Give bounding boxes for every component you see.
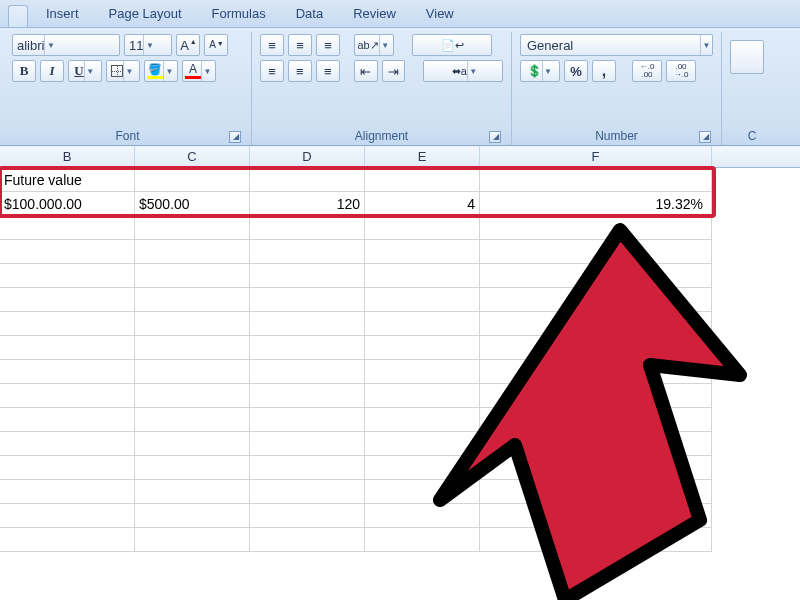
cell[interactable] [480, 456, 712, 480]
number-format-combo[interactable]: General ▼ [520, 34, 713, 56]
cell[interactable] [250, 288, 365, 312]
tab-data[interactable]: Data [290, 2, 329, 27]
font-color-button[interactable]: A ▼ [182, 60, 216, 82]
cell-C2[interactable]: $500.00 [135, 192, 250, 216]
cell[interactable] [135, 480, 250, 504]
cell[interactable] [135, 312, 250, 336]
cell[interactable] [0, 408, 135, 432]
alignment-dialog-launcher[interactable]: ◢ [489, 131, 501, 143]
orientation-button[interactable]: ab↗ ▼ [354, 34, 394, 56]
cell[interactable] [365, 240, 480, 264]
cell[interactable] [135, 528, 250, 552]
cell[interactable] [480, 408, 712, 432]
cell[interactable] [365, 264, 480, 288]
cell-B1[interactable]: Future value [0, 168, 135, 192]
cell[interactable] [0, 384, 135, 408]
cell[interactable] [135, 504, 250, 528]
cell[interactable] [250, 312, 365, 336]
cell[interactable] [250, 504, 365, 528]
conditional-formatting-button[interactable] [730, 40, 764, 74]
borders-button[interactable]: ▼ [106, 60, 140, 82]
cell[interactable] [135, 336, 250, 360]
cell-E2[interactable]: 4 [365, 192, 480, 216]
cell[interactable] [250, 264, 365, 288]
underline-button[interactable]: U ▼ [68, 60, 102, 82]
cell[interactable] [480, 288, 712, 312]
cell[interactable] [0, 288, 135, 312]
cell[interactable] [0, 216, 135, 240]
align-middle-button[interactable]: ≡ [288, 34, 312, 56]
cell[interactable] [250, 480, 365, 504]
italic-button[interactable]: I [40, 60, 64, 82]
font-size-combo[interactable]: 11 ▼ [124, 34, 172, 56]
cell[interactable] [365, 336, 480, 360]
align-right-button[interactable]: ≡ [316, 60, 340, 82]
cell[interactable] [0, 264, 135, 288]
wrap-text-button[interactable]: 📄↩ [412, 34, 492, 56]
cell-E1[interactable] [365, 168, 480, 192]
align-bottom-button[interactable]: ≡ [316, 34, 340, 56]
tab-review[interactable]: Review [347, 2, 402, 27]
cell[interactable] [250, 408, 365, 432]
align-left-button[interactable]: ≡ [260, 60, 284, 82]
cell[interactable] [0, 360, 135, 384]
accounting-format-button[interactable]: 💲 ▼ [520, 60, 560, 82]
cell[interactable] [480, 528, 712, 552]
cell[interactable] [365, 480, 480, 504]
cell[interactable] [135, 216, 250, 240]
cell[interactable] [135, 384, 250, 408]
col-header-F[interactable]: F [480, 146, 712, 167]
increase-decimal-button[interactable]: ←.0 .00 [632, 60, 662, 82]
increase-indent-button[interactable]: ⇥ [382, 60, 406, 82]
cell[interactable] [365, 528, 480, 552]
tab-view[interactable]: View [420, 2, 460, 27]
tab-formulas[interactable]: Formulas [206, 2, 272, 27]
cell-B2[interactable]: $100.000.00 [0, 192, 135, 216]
cell[interactable] [135, 240, 250, 264]
decrease-indent-button[interactable]: ⇤ [354, 60, 378, 82]
cell-D1[interactable] [250, 168, 365, 192]
cell[interactable] [250, 432, 365, 456]
cell[interactable] [0, 312, 135, 336]
col-header-B[interactable]: B [0, 146, 135, 167]
cell[interactable] [250, 336, 365, 360]
tab-home-partial[interactable] [8, 5, 28, 27]
cell[interactable] [135, 288, 250, 312]
cell[interactable] [250, 216, 365, 240]
cell[interactable] [480, 360, 712, 384]
tab-page-layout[interactable]: Page Layout [103, 2, 188, 27]
shrink-font-button[interactable]: A ▼ [204, 34, 228, 56]
merge-center-button[interactable]: ⬌a ▼ [423, 60, 503, 82]
align-top-button[interactable]: ≡ [260, 34, 284, 56]
cell[interactable] [365, 408, 480, 432]
tab-insert[interactable]: Insert [40, 2, 85, 27]
col-header-E[interactable]: E [365, 146, 480, 167]
decrease-decimal-button[interactable]: .00 →.0 [666, 60, 696, 82]
cell[interactable] [250, 456, 365, 480]
cell[interactable] [480, 336, 712, 360]
cell-D2[interactable]: 120 [250, 192, 365, 216]
cell[interactable] [480, 216, 712, 240]
cell[interactable] [0, 504, 135, 528]
font-dialog-launcher[interactable]: ◢ [229, 131, 241, 143]
cell-F2[interactable]: 19.32% [480, 192, 712, 216]
cell[interactable] [135, 360, 250, 384]
cell[interactable] [135, 456, 250, 480]
cell[interactable] [0, 528, 135, 552]
cell[interactable] [250, 360, 365, 384]
cell[interactable] [480, 264, 712, 288]
cell[interactable] [135, 408, 250, 432]
cell[interactable] [365, 288, 480, 312]
cell-F1[interactable] [480, 168, 712, 192]
font-name-combo[interactable]: alibri ▼ [12, 34, 120, 56]
cell[interactable] [365, 312, 480, 336]
comma-style-button[interactable]: , [592, 60, 616, 82]
align-center-button[interactable]: ≡ [288, 60, 312, 82]
cell[interactable] [365, 216, 480, 240]
cell[interactable] [250, 240, 365, 264]
cell[interactable] [365, 360, 480, 384]
cell[interactable] [135, 264, 250, 288]
cell[interactable] [480, 504, 712, 528]
cell[interactable] [480, 432, 712, 456]
cell[interactable] [365, 432, 480, 456]
